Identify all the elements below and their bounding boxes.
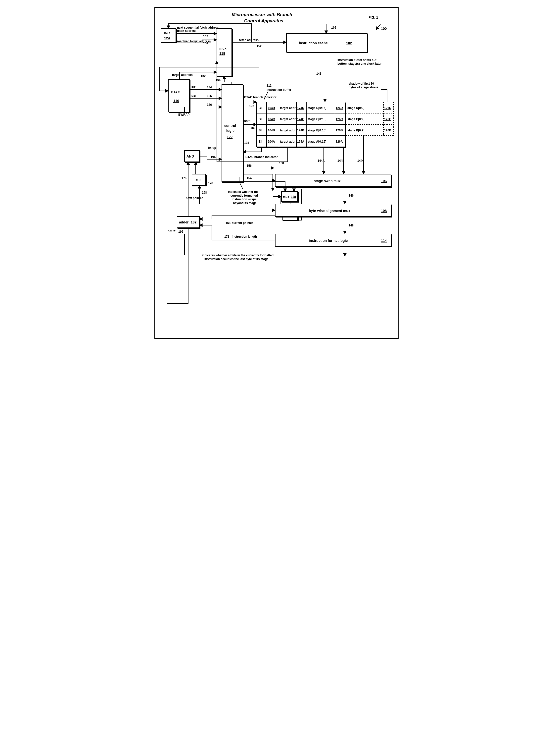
svg-text:shadow of first 10: shadow of first 10 (348, 82, 374, 85)
fmt-label: instruction format logic (309, 238, 348, 243)
svg-rect-6 (222, 85, 243, 182)
ref-146: 146 (348, 194, 353, 197)
sig-172-label: instruction length (232, 235, 257, 238)
svg-text:126C: 126C (336, 118, 343, 121)
svg-text:target addr: target addr (280, 129, 296, 132)
figure-number: FIG. 1 (369, 15, 378, 19)
neq-label: != 0 (194, 178, 201, 182)
svg-text:174B: 174B (297, 129, 304, 132)
svg-text:stage B[0:9]: stage B[0:9] (347, 129, 365, 132)
svg-text:BI: BI (259, 106, 261, 110)
svg-text:target addr: target addr (280, 140, 296, 143)
ref-144C: 144C (357, 159, 365, 162)
ref-142: 142 (316, 72, 321, 75)
svg-text:target addr: target addr (280, 106, 296, 110)
ref-168: 168 (216, 78, 221, 82)
svg-text:bytes of stage above: bytes of stage above (348, 86, 378, 89)
sig-198-label: next pointer (186, 196, 203, 200)
mux128-ref: 128 (291, 195, 296, 199)
ibuf-112: 112 (266, 84, 271, 87)
ctrl-ref: 122 (227, 135, 233, 139)
ref-156: 156 (247, 164, 252, 167)
figure-ref: 100 (381, 26, 387, 30)
ctrl-l1: control (224, 124, 236, 128)
ref-193: 193 (244, 141, 249, 145)
inc-ref: 124 (164, 36, 170, 40)
sig-158-label: current pointer (232, 221, 253, 225)
swap-label: stage swap mux (314, 179, 341, 183)
mux128-label: mux (283, 195, 289, 199)
ref-186: 186 (207, 103, 212, 107)
note-154-l1: indicates whether a byte in the currentl… (202, 254, 273, 257)
ibuf-label: instruction buffer (266, 88, 292, 91)
mux118-ref: 118 (219, 52, 225, 56)
svg-text:stage A[0:15]: stage A[0:15] (308, 140, 326, 143)
svg-text:BI: BI (259, 140, 261, 143)
note-142-l1: instruction buffer shifts out (337, 58, 377, 62)
svg-rect-1 (161, 28, 176, 42)
title-line1: Microprocessor with Branch (232, 12, 292, 17)
sig-162-label: next sequential fetch address (177, 26, 219, 29)
sig-188-label: shift (244, 119, 250, 123)
ref-176: 176 (181, 177, 186, 180)
ref-178: 178 (208, 182, 213, 185)
svg-text:stage D[0:15]: stage D[0:15] (308, 106, 326, 110)
ref-158: 158 (226, 221, 231, 225)
sig-193-label: BTAC branch indicator (245, 155, 278, 159)
ref-196: 196 (178, 230, 183, 233)
svg-text:126D: 126D (336, 106, 343, 110)
adder-label: adder (179, 220, 189, 224)
btac-label: BTAC (171, 90, 180, 94)
align-label: byte-wise alignment mux (309, 209, 350, 213)
sig-132-label: target address (172, 73, 193, 77)
ref-198: 198 (202, 191, 207, 194)
icache-label: instruction cache (299, 41, 328, 45)
sig-186-label: BWRAP (178, 113, 189, 117)
align-ref: 108 (381, 209, 387, 213)
svg-text:126D: 126D (384, 106, 391, 110)
ref-134: 134 (207, 86, 212, 89)
ref-148: 148 (348, 224, 353, 227)
ref-138: 138 (279, 161, 284, 165)
mux118-label: mux (219, 47, 227, 51)
svg-text:target addr: target addr (280, 118, 296, 121)
svg-text:126B: 126B (384, 129, 391, 132)
svg-text:104A: 104A (268, 140, 275, 143)
title-line2: Control Apparatus (244, 18, 283, 23)
ref-194: 194 (211, 155, 216, 159)
sig-192-label: BTAC branch indicator (244, 95, 276, 99)
sig-194-label: fwrap (208, 146, 216, 149)
svg-text:currently formatted: currently formatted (231, 194, 258, 197)
svg-text:instruction wraps: instruction wraps (232, 198, 257, 201)
btac-ref: 116 (173, 99, 179, 103)
note-156-l1: indicates whether the (228, 190, 259, 194)
svg-text:stage C[0:15]: stage C[0:15] (308, 118, 326, 121)
svg-text:174A: 174A (297, 140, 304, 143)
svg-text:BI: BI (259, 129, 261, 132)
svg-text:fetch address: fetch address (177, 29, 196, 32)
svg-text:104D: 104D (268, 106, 275, 110)
fmt-ref: 114 (381, 238, 387, 243)
sig-134-label: HIT (191, 86, 196, 89)
ref-154: 154 (247, 177, 252, 180)
ref-144A: 144A (318, 159, 325, 162)
svg-text:stage C[0:9]: stage C[0:9] (347, 118, 365, 121)
svg-text:104B: 104B (268, 129, 275, 132)
svg-text:126C: 126C (384, 118, 391, 121)
sig-136-label: SBI (191, 94, 196, 98)
svg-text:174D: 174D (297, 106, 304, 110)
svg-text:126A: 126A (336, 140, 343, 143)
svg-text:stage D[0:9]: stage D[0:9] (347, 106, 365, 110)
ref-188: 188 (250, 126, 255, 130)
ref-166: 166 (331, 26, 336, 29)
ref-164: 164 (203, 42, 208, 45)
ref-162: 162 (203, 35, 208, 38)
svg-text:instruction occupies the last : instruction occupies the last byte of it… (205, 257, 268, 261)
adder-ref: 182 (191, 220, 197, 224)
svg-text:stage B[0:15]: stage B[0:15] (308, 129, 326, 132)
diagram-svg: Microprocessor with Branch Control Appar… (152, 5, 401, 345)
ref-192: 192 (249, 104, 254, 108)
ref-132: 132 (201, 74, 206, 78)
svg-text:BI: BI (259, 118, 261, 121)
and-label: AND (186, 154, 194, 158)
